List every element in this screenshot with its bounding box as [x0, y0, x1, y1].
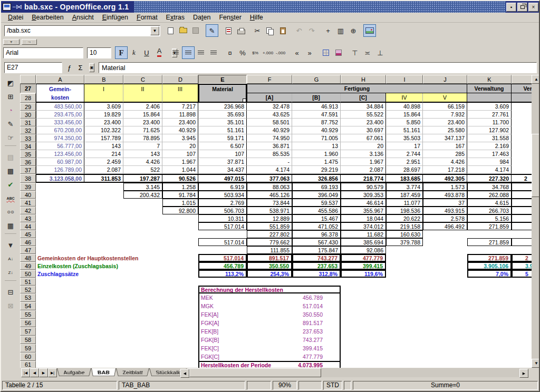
cell-G32[interactable]: 40.929 [292, 126, 341, 134]
cell-G44[interactable]: 471.052 [292, 222, 341, 230]
sort-descending-icon[interactable]: Z↓ [4, 267, 17, 279]
column-header-A[interactable]: A [36, 75, 84, 84]
cell-K29[interactable]: 3.609 [467, 103, 512, 111]
status-sum-display[interactable]: Summe=0 [353, 381, 538, 390]
cell-H48[interactable]: 477.779 [341, 254, 386, 262]
cell-F48[interactable]: 891.517 [247, 254, 292, 262]
autofilter-icon[interactable]: ▼ [4, 239, 17, 251]
increase-indent-icon[interactable]: » [303, 46, 316, 59]
sum-icon[interactable]: Σ [75, 62, 86, 73]
cell-A41[interactable] [36, 199, 84, 207]
cell-L30[interactable] [512, 111, 532, 119]
cell-E38[interactable]: 497.015 [198, 174, 247, 183]
cell-D39[interactable]: 1.258 [162, 183, 198, 191]
cell-D37[interactable]: 1.044 [162, 166, 198, 174]
cell-J44[interactable]: 496.492 [423, 222, 467, 230]
cell-I61[interactable] [386, 361, 423, 368]
open-icon[interactable] [177, 24, 189, 37]
cell-H29[interactable]: 34.884 [341, 103, 386, 111]
cell-J37[interactable]: 17.218 [423, 166, 467, 174]
cell-K46[interactable]: 271.859 [467, 238, 512, 246]
cell-L59[interactable] [512, 344, 532, 352]
cell-D35[interactable]: 107 [162, 150, 198, 158]
cell-E50[interactable]: 113,2% [198, 270, 247, 278]
row-header-45[interactable]: 45 [20, 230, 36, 238]
cell-E54[interactable]: MGK [198, 302, 292, 310]
cell-H32[interactable]: 30.697 [341, 126, 386, 134]
menu-hilfe[interactable]: Hilfe [246, 13, 267, 22]
cell-G28[interactable]: [B] [292, 93, 341, 103]
cell-A44[interactable] [36, 222, 84, 230]
horizontal-scroll-thumb[interactable] [189, 368, 321, 377]
cell-B57[interactable] [84, 327, 123, 336]
cell-J58[interactable] [423, 336, 467, 344]
status-spacer-1[interactable] [247, 381, 271, 390]
cell-K50[interactable]: 7,0% [467, 270, 512, 278]
cell-I52[interactable] [386, 286, 423, 293]
cell-E42[interactable]: 506.703 [198, 207, 247, 214]
cell-E44[interactable]: 517.014 [198, 222, 247, 230]
row-header-42[interactable]: 42 [20, 207, 36, 214]
cell-H33[interactable]: 67.061 [341, 134, 386, 142]
cell-G55[interactable]: 350.550 [292, 310, 341, 319]
cell-D46[interactable] [162, 238, 198, 246]
row-header-40[interactable]: 40 [20, 191, 36, 199]
cell-F32[interactable]: 40.929 [247, 126, 292, 134]
cell-F43[interactable]: 12.889 [247, 214, 292, 222]
cell-A56[interactable] [36, 319, 84, 327]
cell-K31[interactable]: 11.700 [467, 119, 512, 126]
cell-C39[interactable]: 3.145 [123, 183, 162, 191]
cell-L40[interactable] [512, 191, 532, 199]
cell-B47[interactable] [84, 246, 123, 254]
cell-J36[interactable]: 4.426 [423, 158, 467, 166]
cell-K33[interactable]: 31.558 [467, 134, 512, 142]
cell-G60[interactable]: 477.779 [292, 352, 341, 361]
cell-E45[interactable] [198, 230, 247, 238]
cell-D32[interactable]: 40.929 [162, 126, 198, 134]
cell-K52[interactable] [467, 286, 512, 293]
cell-C31[interactable]: 23.400 [123, 119, 162, 126]
column-header-D[interactable]: D [162, 75, 198, 84]
cell-K61[interactable] [467, 361, 512, 368]
cell-I59[interactable] [386, 344, 423, 352]
row-header-30[interactable]: 30 [20, 111, 36, 119]
cell-G36[interactable]: 1.475 [292, 158, 341, 166]
cell-B61[interactable] [84, 361, 123, 368]
cell-E30[interactable]: 35.693 [198, 111, 247, 119]
cell-H30[interactable]: 55.522 [341, 111, 386, 119]
cell-E29[interactable]: 236.968 [198, 103, 247, 111]
status-zoom-level[interactable]: 90% [273, 381, 297, 390]
menu-format[interactable]: Format [133, 13, 161, 22]
cell-L31[interactable] [512, 119, 532, 126]
insert-cells-icon[interactable]: ⊞ [4, 91, 17, 103]
cell-F28[interactable]: [A] [247, 93, 292, 103]
italic-icon[interactable]: k [128, 46, 140, 59]
cell-L53[interactable] [512, 293, 532, 302]
cell-B37[interactable]: 2.087 [84, 166, 123, 174]
row-header-39[interactable]: 39 [20, 183, 36, 191]
cell-L50[interactable]: 5 [512, 270, 532, 278]
cell-K58[interactable] [467, 336, 512, 344]
cell-I56[interactable] [386, 319, 423, 327]
cell-D29[interactable]: 7.217 [162, 103, 198, 111]
cell-K60[interactable] [467, 352, 512, 361]
cell-K41[interactable]: 4.615 [467, 199, 512, 207]
cell-E34[interactable]: 6.507 [198, 142, 247, 150]
toolbar-handle-2[interactable]: ∷⊸∷ [22, 39, 37, 45]
cell-E43[interactable]: 10.311 [198, 214, 247, 222]
scroll-left-icon[interactable]: ◀ [180, 369, 189, 378]
cell-A52[interactable] [36, 286, 84, 293]
cell-C32[interactable]: 71.625 [123, 126, 162, 134]
cell-L32[interactable] [512, 126, 532, 134]
cell-L49[interactable]: 3.9 [512, 262, 532, 270]
cell-A27[interactable]: Gemein- [36, 84, 84, 93]
row-header-47[interactable]: 47 [20, 246, 36, 254]
cell-G35[interactable]: 1.960 [292, 150, 341, 158]
cell-G41[interactable]: 59.537 [292, 199, 341, 207]
cell-D44[interactable] [162, 222, 198, 230]
cell-H40[interactable]: 309.353 [341, 191, 386, 199]
cell-J52[interactable] [423, 286, 467, 293]
cell-B35[interactable]: 214 [84, 150, 123, 158]
cell-L35[interactable] [512, 150, 532, 158]
cell-F39[interactable]: 88.063 [247, 183, 292, 191]
